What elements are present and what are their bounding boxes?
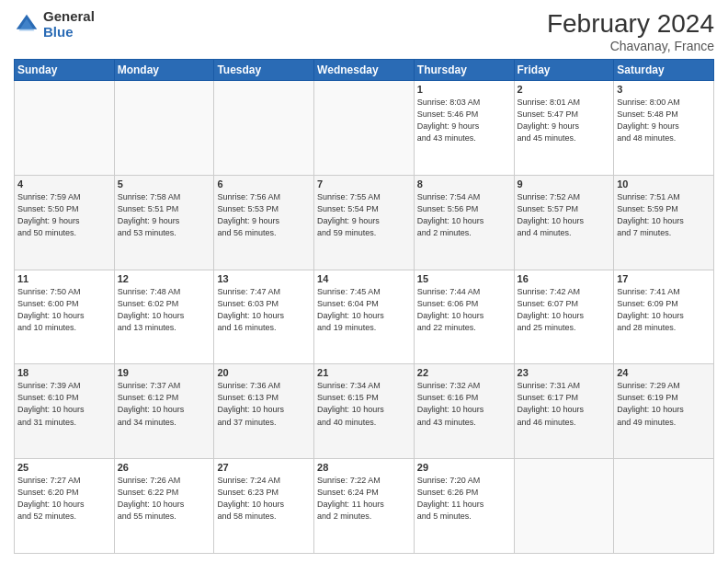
day-number: 21 (317, 367, 411, 378)
day-info: Sunrise: 7:51 AM Sunset: 5:59 PM Dayligh… (617, 191, 711, 239)
day-info: Sunrise: 7:54 AM Sunset: 5:56 PM Dayligh… (417, 191, 511, 239)
calendar-cell: 19Sunrise: 7:37 AM Sunset: 6:12 PM Dayli… (114, 364, 214, 459)
day-info: Sunrise: 7:48 AM Sunset: 6:02 PM Dayligh… (118, 286, 211, 334)
day-info: Sunrise: 7:26 AM Sunset: 6:22 PM Dayligh… (118, 475, 211, 523)
calendar-cell: 7Sunrise: 7:55 AM Sunset: 5:54 PM Daylig… (314, 175, 415, 270)
day-number: 24 (617, 367, 711, 378)
day-info: Sunrise: 7:41 AM Sunset: 6:09 PM Dayligh… (617, 286, 711, 334)
calendar-cell: 20Sunrise: 7:36 AM Sunset: 6:13 PM Dayli… (214, 364, 314, 459)
calendar-cell (15, 81, 115, 176)
day-number: 22 (417, 367, 511, 378)
day-number: 11 (17, 273, 111, 284)
calendar-header-tuesday: Tuesday (214, 60, 314, 81)
calendar-cell: 29Sunrise: 7:20 AM Sunset: 6:26 PM Dayli… (414, 459, 514, 554)
calendar-cell: 13Sunrise: 7:47 AM Sunset: 6:03 PM Dayli… (214, 270, 314, 364)
calendar-cell: 24Sunrise: 7:29 AM Sunset: 6:19 PM Dayli… (614, 364, 714, 459)
calendar-cell: 27Sunrise: 7:24 AM Sunset: 6:23 PM Dayli… (214, 459, 314, 554)
calendar-header-wednesday: Wednesday (314, 60, 415, 81)
day-number: 19 (118, 367, 211, 378)
day-number: 9 (518, 178, 611, 190)
calendar-cell (514, 459, 614, 554)
day-info: Sunrise: 7:39 AM Sunset: 6:10 PM Dayligh… (17, 380, 111, 428)
calendar-week-1: 4Sunrise: 7:59 AM Sunset: 5:50 PM Daylig… (15, 175, 714, 270)
calendar-header-friday: Friday (514, 60, 614, 81)
day-info: Sunrise: 7:31 AM Sunset: 6:17 PM Dayligh… (518, 380, 611, 428)
day-number: 20 (217, 367, 311, 378)
page: General Blue February 2024 Chavanay, Fra… (0, 0, 728, 563)
day-info: Sunrise: 8:00 AM Sunset: 5:48 PM Dayligh… (617, 97, 711, 144)
day-info: Sunrise: 7:27 AM Sunset: 6:20 PM Dayligh… (17, 475, 111, 523)
day-number: 29 (417, 462, 511, 473)
day-number: 18 (17, 367, 111, 378)
calendar-header-row: SundayMondayTuesdayWednesdayThursdayFrid… (15, 60, 714, 81)
calendar-header-saturday: Saturday (614, 60, 714, 81)
day-number: 7 (317, 178, 411, 190)
day-number: 27 (217, 462, 311, 473)
day-number: 1 (417, 84, 511, 95)
calendar-cell: 9Sunrise: 7:52 AM Sunset: 5:57 PM Daylig… (514, 175, 614, 270)
calendar-cell: 25Sunrise: 7:27 AM Sunset: 6:20 PM Dayli… (15, 459, 115, 554)
calendar-header-thursday: Thursday (414, 60, 514, 81)
calendar-header-sunday: Sunday (15, 60, 115, 81)
day-number: 4 (17, 178, 111, 190)
calendar-cell: 14Sunrise: 7:45 AM Sunset: 6:04 PM Dayli… (314, 270, 415, 364)
calendar-cell: 6Sunrise: 7:56 AM Sunset: 5:53 PM Daylig… (214, 175, 314, 270)
month-title: February 2024 (547, 9, 714, 39)
calendar-header-monday: Monday (114, 60, 214, 81)
day-info: Sunrise: 7:58 AM Sunset: 5:51 PM Dayligh… (118, 191, 211, 239)
logo: General Blue (14, 9, 95, 40)
calendar-cell: 5Sunrise: 7:58 AM Sunset: 5:51 PM Daylig… (114, 175, 214, 270)
day-info: Sunrise: 7:37 AM Sunset: 6:12 PM Dayligh… (118, 380, 211, 428)
day-info: Sunrise: 8:01 AM Sunset: 5:47 PM Dayligh… (518, 97, 611, 144)
calendar-cell: 11Sunrise: 7:50 AM Sunset: 6:00 PM Dayli… (15, 270, 115, 364)
day-info: Sunrise: 7:34 AM Sunset: 6:15 PM Dayligh… (317, 380, 411, 428)
calendar-cell: 22Sunrise: 7:32 AM Sunset: 6:16 PM Dayli… (414, 364, 514, 459)
calendar-cell: 23Sunrise: 7:31 AM Sunset: 6:17 PM Dayli… (514, 364, 614, 459)
calendar-week-4: 25Sunrise: 7:27 AM Sunset: 6:20 PM Dayli… (15, 459, 714, 554)
day-info: Sunrise: 7:32 AM Sunset: 6:16 PM Dayligh… (417, 380, 511, 428)
calendar-cell: 15Sunrise: 7:44 AM Sunset: 6:06 PM Dayli… (414, 270, 514, 364)
calendar-cell: 1Sunrise: 8:03 AM Sunset: 5:46 PM Daylig… (414, 81, 514, 176)
calendar-cell: 18Sunrise: 7:39 AM Sunset: 6:10 PM Dayli… (15, 364, 115, 459)
day-info: Sunrise: 7:24 AM Sunset: 6:23 PM Dayligh… (217, 475, 311, 523)
logo-general: General (43, 9, 95, 25)
calendar-cell: 8Sunrise: 7:54 AM Sunset: 5:56 PM Daylig… (414, 175, 514, 270)
calendar-cell: 16Sunrise: 7:42 AM Sunset: 6:07 PM Dayli… (514, 270, 614, 364)
calendar-week-3: 18Sunrise: 7:39 AM Sunset: 6:10 PM Dayli… (15, 364, 714, 459)
calendar-table: SundayMondayTuesdayWednesdayThursdayFrid… (14, 59, 714, 554)
calendar-cell (114, 81, 214, 176)
day-number: 12 (118, 273, 211, 284)
calendar-cell: 2Sunrise: 8:01 AM Sunset: 5:47 PM Daylig… (514, 81, 614, 176)
calendar-cell (214, 81, 314, 176)
day-number: 25 (17, 462, 111, 473)
calendar-week-0: 1Sunrise: 8:03 AM Sunset: 5:46 PM Daylig… (15, 81, 714, 176)
logo-icon (14, 12, 40, 38)
day-info: Sunrise: 8:03 AM Sunset: 5:46 PM Dayligh… (417, 97, 511, 144)
calendar-cell: 4Sunrise: 7:59 AM Sunset: 5:50 PM Daylig… (15, 175, 115, 270)
calendar-cell (614, 459, 714, 554)
day-number: 26 (118, 462, 211, 473)
day-number: 16 (518, 273, 611, 284)
day-number: 14 (317, 273, 411, 284)
title-block: February 2024 Chavanay, France (547, 9, 714, 53)
calendar-cell: 12Sunrise: 7:48 AM Sunset: 6:02 PM Dayli… (114, 270, 214, 364)
day-number: 6 (217, 178, 311, 190)
calendar-cell: 26Sunrise: 7:26 AM Sunset: 6:22 PM Dayli… (114, 459, 214, 554)
logo-text: General Blue (43, 9, 95, 40)
day-number: 23 (518, 367, 611, 378)
day-number: 15 (417, 273, 511, 284)
day-info: Sunrise: 7:45 AM Sunset: 6:04 PM Dayligh… (317, 286, 411, 334)
day-info: Sunrise: 7:44 AM Sunset: 6:06 PM Dayligh… (417, 286, 511, 334)
day-number: 2 (518, 84, 611, 95)
day-number: 5 (118, 178, 211, 190)
day-info: Sunrise: 7:20 AM Sunset: 6:26 PM Dayligh… (417, 475, 511, 523)
calendar-cell: 28Sunrise: 7:22 AM Sunset: 6:24 PM Dayli… (314, 459, 415, 554)
day-info: Sunrise: 7:50 AM Sunset: 6:00 PM Dayligh… (17, 286, 111, 334)
day-number: 8 (417, 178, 511, 190)
day-info: Sunrise: 7:29 AM Sunset: 6:19 PM Dayligh… (617, 380, 711, 428)
day-number: 28 (317, 462, 411, 473)
location: Chavanay, France (547, 39, 714, 53)
day-info: Sunrise: 7:22 AM Sunset: 6:24 PM Dayligh… (317, 475, 411, 523)
header: General Blue February 2024 Chavanay, Fra… (14, 9, 714, 53)
day-info: Sunrise: 7:55 AM Sunset: 5:54 PM Dayligh… (317, 191, 411, 239)
